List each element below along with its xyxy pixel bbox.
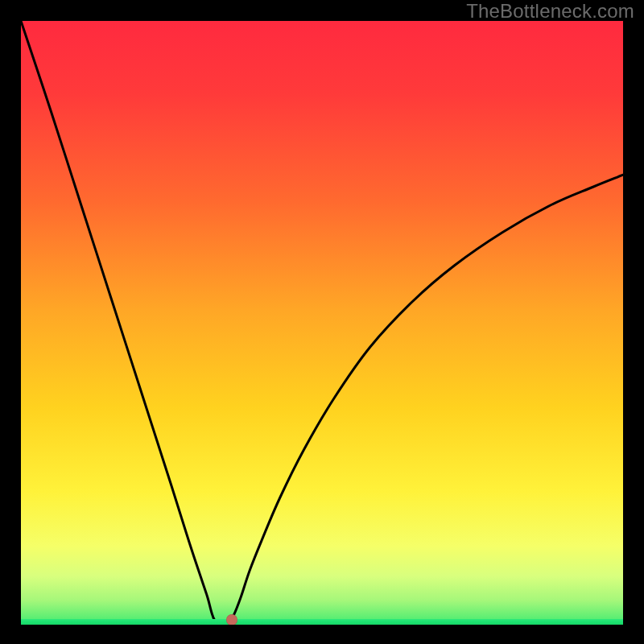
watermark-text: TheBottleneck.com xyxy=(466,0,634,23)
baseline-green-bar xyxy=(21,619,623,625)
optimal-point-marker xyxy=(226,614,237,625)
curve-line xyxy=(21,21,623,625)
chart-frame: TheBottleneck.com xyxy=(0,0,644,644)
plot-area xyxy=(21,21,623,625)
